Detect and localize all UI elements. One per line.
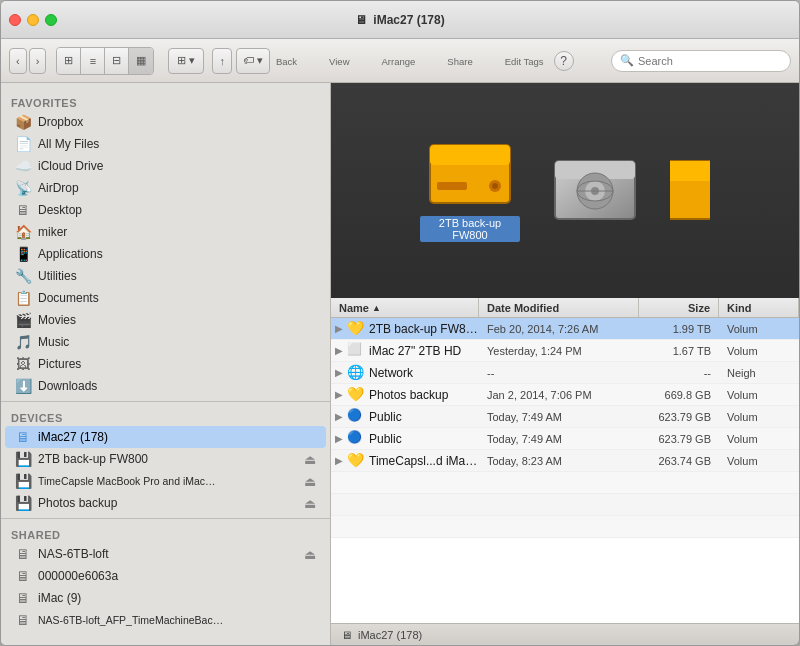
traffic-lights bbox=[9, 14, 57, 26]
row-name: Public bbox=[369, 432, 479, 446]
timecapsule-eject-button[interactable]: ⏏ bbox=[304, 474, 316, 489]
file-browser: 2TB back-up FW800 bbox=[331, 83, 799, 645]
column-view-button[interactable]: ⊟ bbox=[105, 48, 129, 74]
drive-icon-fw800[interactable]: 2TB back-up FW800 bbox=[420, 140, 520, 242]
forward-button[interactable]: › bbox=[29, 48, 47, 74]
sidebar-item-label: 000000e6063a bbox=[38, 569, 118, 583]
photos-backup-icon: 💾 bbox=[15, 495, 31, 511]
table-row-empty bbox=[331, 494, 799, 516]
icon-view-button[interactable]: ⊞ bbox=[57, 48, 81, 74]
fw800-eject-button[interactable]: ⏏ bbox=[304, 452, 316, 467]
list-view-button[interactable]: ≡ bbox=[81, 48, 105, 74]
music-icon: 🎵 bbox=[15, 334, 31, 350]
row-size: 623.79 GB bbox=[639, 433, 719, 445]
status-label: iMac27 (178) bbox=[358, 629, 422, 641]
shared-section-title: Shared bbox=[1, 523, 330, 543]
view-label: View bbox=[329, 56, 349, 67]
row-size: 669.8 GB bbox=[639, 389, 719, 401]
sidebar-item-000000e6063a[interactable]: 🖥 000000e6063a bbox=[5, 565, 326, 587]
row-name: Public bbox=[369, 410, 479, 424]
expand-icon[interactable]: ▶ bbox=[331, 411, 347, 422]
table-row[interactable]: ▶ 🌐 Network -- -- Neigh bbox=[331, 362, 799, 384]
sidebar-item-label: AirDrop bbox=[38, 181, 79, 195]
sidebar-item-documents[interactable]: 📋 Documents bbox=[5, 287, 326, 309]
sidebar-item-label: Documents bbox=[38, 291, 99, 305]
drive-icon: 💛 bbox=[347, 386, 365, 404]
sidebar-item-all-my-files[interactable]: 📄 All My Files bbox=[5, 133, 326, 155]
list-header: Name ▲ Date Modified Size Kind bbox=[331, 298, 799, 318]
close-button[interactable] bbox=[9, 14, 21, 26]
sidebar-item-nas-afp-backup[interactable]: 🖥 NAS-6TB-loft_AFP_TimeMachineBackup bbox=[5, 609, 326, 631]
network-icon: 🌐 bbox=[347, 364, 365, 382]
col-name-header[interactable]: Name ▲ bbox=[331, 298, 479, 317]
fw800-icon: 💾 bbox=[15, 451, 31, 467]
search-icon: 🔍 bbox=[620, 54, 634, 67]
main-content: Favorites 📦 Dropbox 📄 All My Files ☁️ iC… bbox=[1, 83, 799, 645]
col-date-header[interactable]: Date Modified bbox=[479, 298, 639, 317]
sidebar-item-photos-backup[interactable]: 💾 Photos backup ⏏ bbox=[5, 492, 326, 514]
sidebar-item-label: Pictures bbox=[38, 357, 81, 371]
arrange-button[interactable]: ⊞ ▾ bbox=[168, 48, 204, 74]
table-row[interactable]: ▶ 💛 2TB back-up FW800 Feb 20, 2014, 7:26… bbox=[331, 318, 799, 340]
minimize-button[interactable] bbox=[27, 14, 39, 26]
photos-backup-eject-button[interactable]: ⏏ bbox=[304, 496, 316, 511]
sidebar-item-desktop[interactable]: 🖥 Desktop bbox=[5, 199, 326, 221]
sidebar-item-label: All My Files bbox=[38, 137, 99, 151]
table-row[interactable]: ▶ 💛 Photos backup Jan 2, 2014, 7:06 PM 6… bbox=[331, 384, 799, 406]
sidebar-item-music[interactable]: 🎵 Music bbox=[5, 331, 326, 353]
table-row[interactable]: ▶ ⬜ iMac 27" 2TB HD Yesterday, 1:24 PM 1… bbox=[331, 340, 799, 362]
search-input[interactable] bbox=[638, 55, 782, 67]
drive-icon-partial[interactable] bbox=[670, 156, 710, 226]
applications-icon: 📱 bbox=[15, 246, 31, 262]
nas-icon: 🖥 bbox=[15, 546, 31, 562]
table-row[interactable]: ▶ 💛 TimeCapsl...d iMac24" Today, 8:23 AM… bbox=[331, 450, 799, 472]
nas-afp-icon: 🖥 bbox=[15, 612, 31, 628]
sidebar-item-timecapsule[interactable]: 💾 TimeCapsle MacBook Pro and iMac24" ⏏ bbox=[5, 470, 326, 492]
search-bar[interactable]: 🔍 bbox=[611, 50, 791, 72]
row-size: 1.67 TB bbox=[639, 345, 719, 357]
miker-icon: 🏠 bbox=[15, 224, 31, 240]
table-row[interactable]: ▶ 🔵 Public Today, 7:49 AM 623.79 GB Volu… bbox=[331, 406, 799, 428]
window-title: 🖥 iMac27 (178) bbox=[355, 13, 444, 27]
col-size-header[interactable]: Size bbox=[639, 298, 719, 317]
table-row-empty bbox=[331, 472, 799, 494]
sidebar-item-airdrop[interactable]: 📡 AirDrop bbox=[5, 177, 326, 199]
expand-icon[interactable]: ▶ bbox=[331, 389, 347, 400]
expand-icon[interactable]: ▶ bbox=[331, 433, 347, 444]
back-button[interactable]: ‹ bbox=[9, 48, 27, 74]
sidebar-item-dropbox[interactable]: 📦 Dropbox bbox=[5, 111, 326, 133]
expand-icon[interactable]: ▶ bbox=[331, 367, 347, 378]
nas-eject-button[interactable]: ⏏ bbox=[304, 547, 316, 562]
imac9-icon: 🖥 bbox=[15, 590, 31, 606]
sidebar-item-miker[interactable]: 🏠 miker bbox=[5, 221, 326, 243]
edit-tags-button[interactable]: 🏷 ▾ bbox=[236, 48, 270, 74]
sidebar-item-applications[interactable]: 📱 Applications bbox=[5, 243, 326, 265]
sidebar-item-fw800[interactable]: 💾 2TB back-up FW800 ⏏ bbox=[5, 448, 326, 470]
sidebar-item-label: NAS-6TB-loft bbox=[38, 547, 109, 561]
share-button[interactable]: ↑ bbox=[212, 48, 232, 74]
sidebar-item-imac27[interactable]: 🖥 iMac27 (178) bbox=[5, 426, 326, 448]
row-size: 263.74 GB bbox=[639, 455, 719, 467]
table-row[interactable]: ▶ 🔵 Public Today, 7:49 AM 623.79 GB Volu… bbox=[331, 428, 799, 450]
row-kind: Volum bbox=[719, 433, 799, 445]
coverflow-view-button[interactable]: ▦ bbox=[129, 48, 153, 74]
maximize-button[interactable] bbox=[45, 14, 57, 26]
svg-rect-1 bbox=[430, 145, 510, 165]
dropbox-icon: 📦 bbox=[15, 114, 31, 130]
expand-icon[interactable]: ▶ bbox=[331, 455, 347, 466]
sidebar-item-utilities[interactable]: 🔧 Utilities bbox=[5, 265, 326, 287]
sidebar-item-pictures[interactable]: 🖼 Pictures bbox=[5, 353, 326, 375]
expand-icon[interactable]: ▶ bbox=[331, 323, 347, 334]
sidebar-item-label: Desktop bbox=[38, 203, 82, 217]
sidebar-item-imac-9[interactable]: 🖥 iMac (9) bbox=[5, 587, 326, 609]
col-kind-header[interactable]: Kind bbox=[719, 298, 799, 317]
expand-icon[interactable]: ▶ bbox=[331, 345, 347, 356]
row-size: -- bbox=[639, 367, 719, 379]
sidebar-item-icloud-drive[interactable]: ☁️ iCloud Drive bbox=[5, 155, 326, 177]
help-button[interactable]: ? bbox=[554, 51, 574, 71]
sidebar-item-downloads[interactable]: ⬇️ Downloads bbox=[5, 375, 326, 397]
drive-icon-gray[interactable] bbox=[550, 156, 640, 226]
sidebar-item-nas-6tb-loft[interactable]: 🖥 NAS-6TB-loft ⏏ bbox=[5, 543, 326, 565]
drive-icon: 🔵 bbox=[347, 430, 365, 448]
sidebar-item-movies[interactable]: 🎬 Movies bbox=[5, 309, 326, 331]
